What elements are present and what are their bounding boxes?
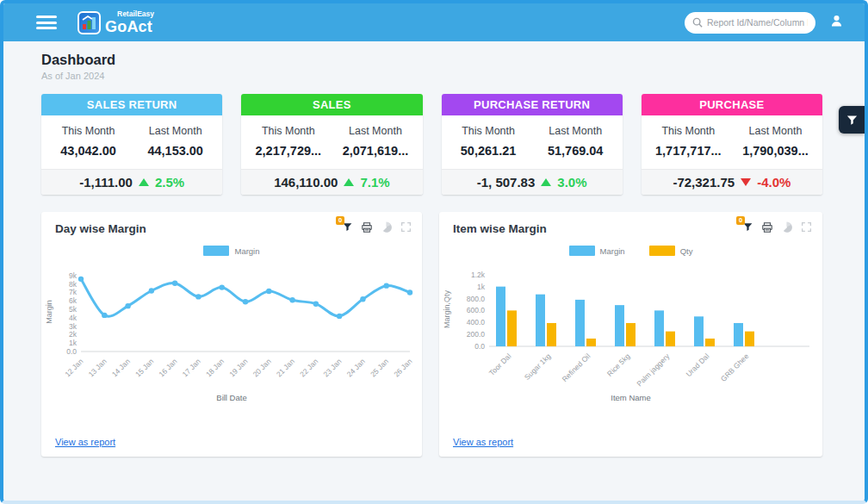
pie-chart-icon[interactable]	[781, 221, 793, 235]
this-month-label: This Month	[445, 125, 532, 137]
svg-text:5k: 5k	[69, 305, 78, 314]
svg-text:14 Jan: 14 Jan	[110, 357, 132, 378]
svg-text:Refined Oil: Refined Oil	[561, 352, 592, 383]
filter-count-badge: 0	[736, 216, 745, 225]
kpi-row: SALES RETURN This Month43,042.00 Last Mo…	[41, 94, 822, 195]
kpi-title: PURCHASE	[642, 94, 822, 115]
kpi-diff-value: 146,110.00	[274, 175, 338, 190]
pie-chart-icon[interactable]	[381, 221, 393, 235]
this-month-value: 50,261.21	[445, 144, 532, 158]
last-month-label: Last Month	[732, 125, 819, 137]
last-month-label: Last Month	[532, 125, 619, 137]
legend-item[interactable]: Qty	[649, 246, 693, 256]
svg-text:7k: 7k	[69, 288, 78, 296]
kpi-card-sales: SALES This Month2,217,729... Last Month2…	[241, 94, 422, 195]
svg-text:Margin: Margin	[45, 300, 53, 324]
svg-text:16 Jan: 16 Jan	[157, 357, 178, 378]
svg-text:800.0: 800.0	[467, 295, 486, 303]
this-month-label: This Month	[245, 125, 332, 137]
svg-text:25 Jan: 25 Jan	[369, 357, 390, 378]
legend-swatch	[203, 246, 229, 256]
print-icon[interactable]	[361, 221, 373, 235]
app-window: RetailEasy GoAct Dashboard As of Jan 202…	[0, 0, 868, 504]
legend-label: Qty	[680, 246, 693, 256]
kpi-diff-value: -72,321.75	[673, 175, 735, 190]
logo-bar-chart-icon	[78, 11, 101, 34]
legend-swatch	[569, 246, 595, 256]
chart-legend: MarginQty	[439, 241, 822, 260]
svg-text:Urad Dal: Urad Dal	[685, 352, 711, 378]
day-wise-margin-line-chart[interactable]: 0.01k2k3k4k5k6k7k8k9kMargin12 Jan13 Jan1…	[41, 260, 422, 396]
brand-name-small: RetailEasy	[117, 10, 154, 18]
last-month-value: 1,790,039...	[732, 144, 819, 158]
svg-text:17 Jan: 17 Jan	[181, 357, 202, 378]
kpi-percent: 2.5%	[155, 175, 184, 190]
view-as-report-link[interactable]: View as report	[453, 437, 513, 447]
svg-text:1.2k: 1.2k	[471, 271, 486, 279]
report-search	[685, 12, 815, 34]
user-icon[interactable]	[829, 14, 844, 31]
kpi-card-sales-return: SALES RETURN This Month43,042.00 Last Mo…	[41, 94, 222, 195]
panel-day-wise-margin: Day wise Margin 0	[41, 212, 422, 457]
expand-icon[interactable]	[400, 221, 412, 235]
this-month-label: This Month	[645, 125, 732, 137]
filter-icon[interactable]: 0	[742, 221, 753, 235]
global-filter-button[interactable]	[839, 106, 865, 134]
svg-text:9k: 9k	[69, 271, 78, 280]
item-wise-margin-bar-chart[interactable]: 0.0200.0400.0600.0800.01k1.2kMargin,QtyT…	[439, 260, 822, 396]
expand-icon[interactable]	[801, 221, 812, 235]
legend-label: Margin	[234, 246, 259, 256]
svg-text:400.0: 400.0	[467, 318, 486, 327]
legend-item[interactable]: Margin	[203, 246, 259, 256]
svg-text:8k: 8k	[69, 280, 78, 289]
brand-name-big: GoAct	[105, 19, 154, 34]
svg-text:200.0: 200.0	[467, 330, 486, 339]
topbar: RetailEasy GoAct	[3, 3, 865, 41]
print-icon[interactable]	[761, 221, 773, 235]
this-month-value: 1,717,717...	[645, 144, 732, 158]
svg-text:4k: 4k	[69, 314, 78, 322]
svg-text:26 Jan: 26 Jan	[392, 357, 413, 378]
filter-icon[interactable]: 0	[342, 221, 353, 235]
page-subtitle: As of Jan 2024	[41, 71, 865, 81]
funnel-icon	[846, 114, 859, 127]
last-month-value: 51,769.04	[532, 144, 619, 158]
kpi-title: SALES	[241, 94, 422, 115]
this-month-value: 43,042.00	[45, 144, 132, 158]
svg-text:Palm jaggery: Palm jaggery	[635, 352, 672, 389]
view-as-report-link[interactable]: View as report	[55, 437, 115, 447]
trend-arrow-icon	[541, 178, 551, 186]
kpi-percent: -4.0%	[757, 175, 790, 190]
svg-text:22 Jan: 22 Jan	[298, 357, 319, 378]
trend-arrow-icon	[741, 178, 751, 186]
svg-text:1k: 1k	[69, 339, 78, 347]
svg-text:3k: 3k	[69, 322, 78, 331]
svg-text:Sugar 1kg: Sugar 1kg	[523, 352, 553, 382]
menu-icon[interactable]	[36, 16, 57, 29]
legend-label: Margin	[600, 246, 625, 256]
kpi-title: PURCHASE RETURN	[442, 94, 623, 115]
svg-text:12 Jan: 12 Jan	[63, 357, 84, 378]
trend-arrow-icon	[139, 178, 149, 186]
svg-text:18 Jan: 18 Jan	[204, 357, 226, 378]
legend-swatch	[649, 246, 675, 256]
svg-text:0.0: 0.0	[66, 347, 77, 356]
svg-text:19 Jan: 19 Jan	[227, 357, 249, 378]
filter-count-badge: 0	[336, 216, 344, 225]
kpi-diff-value: -1, 507.83	[477, 175, 536, 190]
search-icon	[692, 17, 703, 28]
svg-text:20 Jan: 20 Jan	[251, 357, 273, 378]
last-month-label: Last Month	[332, 125, 418, 137]
legend-item[interactable]: Margin	[569, 246, 625, 256]
svg-text:600.0: 600.0	[467, 306, 486, 314]
this-month-label: This Month	[45, 125, 132, 137]
panel-item-wise-margin: Item wise Margin 0	[439, 212, 822, 457]
svg-text:2k: 2k	[69, 330, 78, 339]
search-input[interactable]	[707, 17, 808, 28]
charts-row: Day wise Margin 0	[41, 212, 865, 457]
brand-logo: RetailEasy GoAct	[78, 10, 154, 34]
svg-text:21 Jan: 21 Jan	[275, 357, 296, 378]
kpi-percent: 3.0%	[557, 175, 586, 190]
kpi-card-purchase-return: PURCHASE RETURN This Month50,261.21 Last…	[442, 94, 623, 195]
svg-text:15 Jan: 15 Jan	[133, 357, 155, 378]
